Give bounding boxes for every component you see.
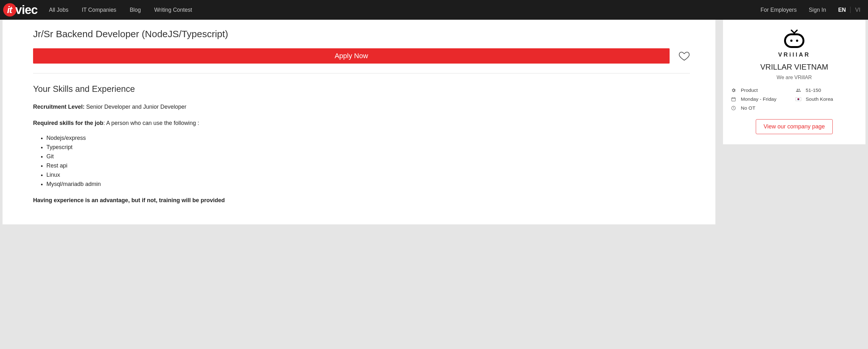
list-item: Rest api (46, 162, 690, 169)
people-icon (796, 88, 801, 93)
company-info-grid: Product 51-150 Monday - Friday (731, 87, 858, 111)
nav-it-companies[interactable]: IT Companies (82, 7, 116, 13)
company-size: 51-150 (796, 87, 858, 93)
list-item: Git (46, 153, 690, 160)
job-main: Jr/Sr Backend Developer (NodeJS/Typescri… (3, 20, 715, 224)
svg-rect-3 (732, 98, 736, 101)
company-tagline: We are VRillAR (731, 75, 858, 81)
list-item: Typescript (46, 144, 690, 151)
company-ot: No OT (731, 105, 793, 111)
favorite-icon[interactable] (679, 50, 690, 62)
recruitment-line: Recruitment Level: Senior Developer and … (33, 102, 690, 112)
skills-heading: Your Skills and Experience (33, 84, 690, 94)
company-country: South Korea (796, 96, 858, 102)
apply-row: Apply Now (33, 48, 690, 64)
company-name: VRILLAR VIETNAM (731, 63, 858, 71)
list-item: Linux (46, 172, 690, 178)
company-sidebar: VRillAR VRILLAR VIETNAM We are VRillAR P… (723, 20, 865, 224)
nav-right: For Employers Sign In EN VI (761, 7, 860, 13)
calendar-icon (731, 97, 736, 102)
flag-icon (796, 97, 801, 101)
list-item: Mysql/mariadb admin (46, 181, 690, 188)
job-body: Recruitment Level: Senior Developer and … (33, 102, 690, 205)
required-value: : A person who can use the following : (103, 120, 199, 126)
required-line: Required skills for the job: A person wh… (33, 119, 690, 128)
company-type: Product (731, 87, 793, 93)
company-schedule-value: Monday - Friday (741, 96, 776, 102)
recruitment-value: Senior Developer and Junior Developer (86, 104, 186, 110)
company-type-value: Product (741, 87, 758, 93)
company-logo-text: VRillAR (778, 52, 810, 58)
clock-icon (731, 105, 736, 110)
company-ot-value: No OT (741, 105, 755, 111)
company-card: VRillAR VRILLAR VIETNAM We are VRillAR P… (723, 20, 865, 144)
primary-nav: All Jobs IT Companies Blog Writing Conte… (49, 7, 761, 13)
view-company-page-button[interactable]: View our company page (756, 119, 833, 134)
company-logo-icon (781, 29, 808, 49)
required-label: Required skills for the job (33, 120, 103, 126)
list-item: Nodejs/express (46, 135, 690, 141)
skills-list: Nodejs/express Typescript Git Rest api L… (46, 135, 690, 188)
company-logo-wrap: VRillAR (731, 27, 858, 63)
navbar: it viec All Jobs IT Companies Blog Writi… (0, 0, 868, 20)
gear-icon (731, 88, 736, 93)
job-title: Jr/Sr Backend Developer (NodeJS/Typescri… (33, 29, 690, 39)
svg-point-1 (790, 40, 792, 42)
language-switcher: EN VI (838, 7, 860, 13)
company-logo[interactable]: VRillAR (778, 29, 810, 58)
advantage-text: Having experience is an advantage, but i… (33, 197, 225, 203)
logo-it: it (3, 3, 17, 17)
company-schedule: Monday - Friday (731, 96, 793, 102)
lang-separator (850, 7, 850, 13)
svg-rect-0 (785, 34, 803, 47)
divider (33, 73, 690, 73)
nav-for-employers[interactable]: For Employers (761, 7, 797, 13)
lang-vi[interactable]: VI (855, 7, 860, 13)
site-logo[interactable]: it viec (3, 3, 37, 17)
apply-button[interactable]: Apply Now (33, 48, 670, 64)
svg-point-2 (796, 40, 798, 42)
advantage-line: Having experience is an advantage, but i… (33, 196, 690, 205)
nav-sign-in[interactable]: Sign In (809, 7, 826, 13)
nav-blog[interactable]: Blog (130, 7, 141, 13)
nav-all-jobs[interactable]: All Jobs (49, 7, 68, 13)
logo-viec: viec (15, 3, 37, 17)
company-country-value: South Korea (806, 96, 833, 102)
lang-en[interactable]: EN (838, 7, 846, 13)
recruitment-label: Recruitment Level: (33, 104, 85, 110)
nav-writing-contest[interactable]: Writing Contest (154, 7, 192, 13)
company-size-value: 51-150 (806, 87, 821, 93)
